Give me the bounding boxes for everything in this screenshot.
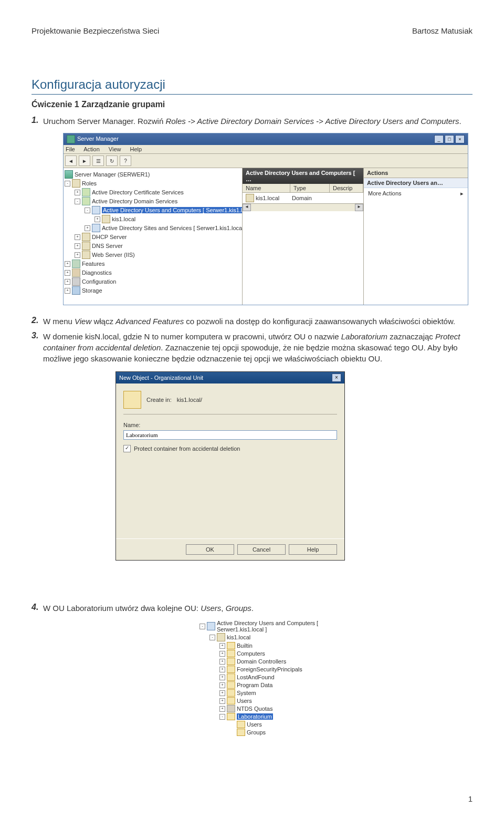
ou-users[interactable]: Users xyxy=(237,698,252,704)
list-pane-header: Active Directory Users and Computers [ … xyxy=(243,168,363,184)
name-input[interactable] xyxy=(123,430,337,440)
ou-tree-root[interactable]: Active Directory Users and Computers [ S… xyxy=(217,620,362,633)
step-4: 4. W OU Laboratorium utwórz dwa kolejne … xyxy=(32,603,472,614)
exercise-title: Ćwiczenie 1 Zarządzanie grupami xyxy=(32,100,472,109)
tree-domain[interactable]: kis1.local xyxy=(112,216,135,222)
up-button[interactable]: ☰ xyxy=(92,155,104,166)
tree-dns[interactable]: DNS Server xyxy=(92,243,123,249)
expand-icon[interactable]: + xyxy=(65,261,70,267)
collapse-icon[interactable]: - xyxy=(219,714,225,720)
ou-fsp[interactable]: ForeignSecurityPrincipals xyxy=(237,666,302,672)
collapse-icon[interactable]: - xyxy=(200,624,205,629)
forward-button[interactable]: ► xyxy=(79,155,90,166)
tree-adcs[interactable]: Active Directory Certificate Services xyxy=(92,189,184,195)
expand-icon[interactable]: + xyxy=(65,279,70,285)
tree-storage[interactable]: Storage xyxy=(82,287,102,294)
tree-dhcp[interactable]: DHCP Server xyxy=(92,234,127,240)
list-pane: Active Directory Users and Computers [ …… xyxy=(243,168,364,305)
expand-icon[interactable]: + xyxy=(219,690,225,696)
menubar: File Action View Help xyxy=(64,145,468,154)
expand-icon[interactable]: + xyxy=(85,225,90,231)
menu-action[interactable]: Action xyxy=(83,146,100,152)
ou-computers[interactable]: Computers xyxy=(237,650,265,657)
menu-help[interactable]: Help xyxy=(130,146,142,152)
help-button[interactable]: ? xyxy=(120,155,131,166)
folder-icon xyxy=(227,642,235,649)
step-text: Uruchom Server Manager. Rozwiń Roles -> … xyxy=(43,116,472,127)
step-text: W domenie kisN.local, gdzie N to numer k… xyxy=(43,331,472,364)
expand-icon[interactable]: + xyxy=(219,682,225,688)
navigation-tree[interactable]: Server Manager (SERWER1) -Roles +Active … xyxy=(64,168,243,305)
horizontal-scrollbar[interactable]: ◄► xyxy=(243,203,363,211)
expand-icon[interactable]: + xyxy=(219,651,225,657)
expand-icon[interactable]: + xyxy=(75,243,80,249)
new-object-dialog: New Object - Organizational Unit × Creat… xyxy=(116,371,345,561)
more-actions[interactable]: More Actions▸ xyxy=(364,188,468,199)
tree-server[interactable]: Server Manager (SERWER1) xyxy=(75,171,150,178)
protect-checkbox[interactable]: ✓ xyxy=(123,445,131,452)
minimize-button[interactable]: _ xyxy=(434,135,444,143)
ou-laboratorium[interactable]: Laboratorium xyxy=(237,713,273,720)
refresh-button[interactable]: ↻ xyxy=(106,155,118,166)
maximize-button[interactable]: □ xyxy=(445,135,454,143)
expand-icon[interactable]: + xyxy=(219,698,225,704)
server-manager-window: Server Manager _ □ × File Action View He… xyxy=(63,133,468,305)
tree-diagnostics[interactable]: Diagnostics xyxy=(82,269,112,276)
ou-ntds[interactable]: NTDS Quotas xyxy=(237,706,272,712)
step-1: 1. Uruchom Server Manager. Rozwiń Roles … xyxy=(32,116,472,127)
tree-adds[interactable]: Active Directory Domain Services xyxy=(92,198,177,204)
col-name[interactable]: Name xyxy=(243,184,290,192)
aduc-icon xyxy=(92,206,100,214)
row-type: Domain xyxy=(292,195,312,201)
tree-configuration[interactable]: Configuration xyxy=(82,278,116,285)
folder-icon xyxy=(227,697,235,704)
roles-icon xyxy=(72,179,80,188)
collapse-icon[interactable]: - xyxy=(85,208,90,213)
col-type[interactable]: Type xyxy=(290,184,330,192)
header-left: Projektowanie Bezpieczeństwa Sieci xyxy=(32,26,159,35)
list-row[interactable]: kis1.local Domain xyxy=(243,193,363,203)
expand-icon[interactable]: + xyxy=(75,234,80,240)
collapse-icon[interactable]: - xyxy=(75,199,80,204)
step-2: 2. W menu View włącz Advanced Features c… xyxy=(32,316,472,327)
col-description[interactable]: Descrip xyxy=(330,184,363,192)
expand-icon[interactable]: + xyxy=(65,270,70,276)
back-button[interactable]: ◄ xyxy=(65,155,77,166)
ou-lab-groups[interactable]: Groups xyxy=(247,729,266,735)
name-label: Name: xyxy=(123,422,337,428)
expand-icon[interactable]: + xyxy=(94,216,100,222)
help-button[interactable]: Help xyxy=(289,544,337,555)
ou-lab-users[interactable]: Users xyxy=(247,721,262,728)
ou-domain-controllers[interactable]: Domain Controllers xyxy=(237,658,286,665)
cancel-button[interactable]: Cancel xyxy=(237,544,286,555)
tree-features[interactable]: Features xyxy=(82,261,104,267)
expand-icon[interactable]: + xyxy=(219,643,225,649)
collapse-icon[interactable]: - xyxy=(209,635,215,640)
expand-icon[interactable]: + xyxy=(219,667,225,672)
ou-tree[interactable]: -Active Directory Users and Computers [ … xyxy=(200,620,362,737)
close-button[interactable]: × xyxy=(332,374,341,382)
ok-button[interactable]: OK xyxy=(186,544,234,555)
tree-aduc[interactable]: Active Directory Users and Computers [ S… xyxy=(102,207,243,213)
ou-lostfound[interactable]: LostAndFound xyxy=(237,674,275,680)
expand-icon[interactable]: + xyxy=(219,675,225,680)
folder-icon xyxy=(227,713,235,720)
expand-icon[interactable]: + xyxy=(219,706,225,712)
tree-iis[interactable]: Web Server (IIS) xyxy=(92,252,135,258)
tree-roles[interactable]: Roles xyxy=(82,180,97,186)
tree-adss[interactable]: Active Directory Sites and Services [ Se… xyxy=(102,225,243,231)
ou-system[interactable]: System xyxy=(237,690,256,696)
menu-file[interactable]: File xyxy=(66,146,75,152)
ou-builtin[interactable]: Builtin xyxy=(237,642,253,649)
adcs-icon xyxy=(82,188,90,196)
expand-icon[interactable]: + xyxy=(219,659,225,665)
menu-view[interactable]: View xyxy=(109,146,121,152)
expand-icon[interactable]: + xyxy=(65,288,70,294)
ou-program-data[interactable]: Program Data xyxy=(237,682,272,688)
collapse-icon[interactable]: - xyxy=(65,181,70,186)
close-button[interactable]: × xyxy=(455,135,465,143)
actions-pane: Actions Active Directory Users an… More … xyxy=(364,168,468,305)
ou-tree-domain[interactable]: kis1.local xyxy=(227,634,250,640)
expand-icon[interactable]: + xyxy=(75,252,80,258)
expand-icon[interactable]: + xyxy=(75,190,80,195)
